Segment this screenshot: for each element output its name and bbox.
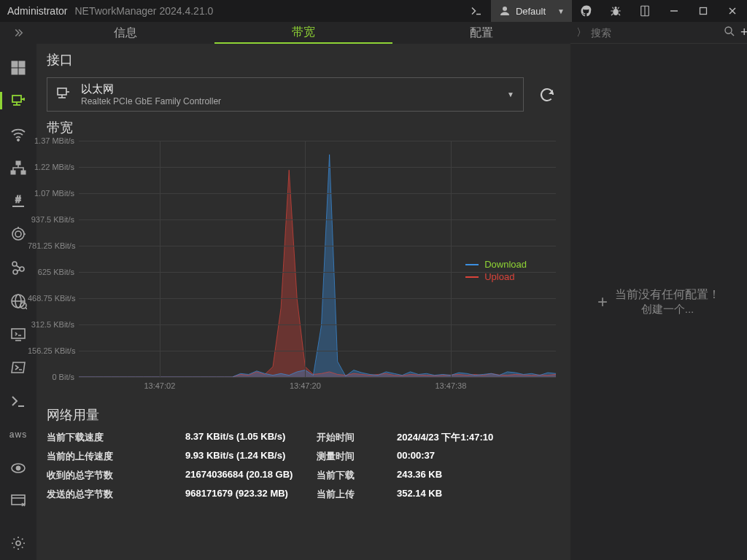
maximize-button[interactable] — [689, 0, 718, 22]
empty-line1: 当前没有任何配置！ — [615, 287, 720, 303]
usage-section: 网络用量 当前下载速度 8.37 KBit/s (1.05 KB/s) 开始时间… — [36, 402, 570, 511]
svg-rect-19 — [21, 171, 26, 174]
svg-rect-12 — [19, 69, 25, 74]
ethernet-icon — [55, 85, 72, 104]
svg-point-40 — [16, 541, 20, 545]
svg-rect-17 — [16, 161, 20, 165]
interface-desc: Realtek PCIe GbE Family Controller — [81, 96, 221, 106]
legend-upload: Upload — [484, 271, 514, 282]
search-icon[interactable] — [723, 25, 736, 40]
y-tick: 312.5 KBit/s — [28, 320, 79, 329]
stat-label: 发送的总字节数 — [47, 488, 178, 501]
tab-bar: 信息 带宽 配置 — [36, 22, 570, 44]
y-tick: 1.37 MBit/s — [28, 136, 79, 145]
stat-label: 当前下载 — [317, 469, 390, 482]
svg-text:#: # — [15, 193, 21, 205]
tab-bandwidth[interactable]: 带宽 — [214, 22, 392, 44]
stat-value: 21674036684 (20.18 GB) — [185, 469, 309, 482]
profile-label: Default — [516, 6, 546, 17]
svg-rect-13 — [12, 96, 21, 102]
y-tick: 1.22 MBit/s — [28, 163, 79, 171]
svg-point-22 — [12, 228, 24, 240]
svg-point-27 — [20, 267, 24, 271]
legend-download: Download — [484, 259, 527, 270]
svg-point-2 — [615, 7, 617, 9]
sidebar-item-aws[interactable]: aws — [0, 422, 36, 447]
svg-line-33 — [26, 308, 27, 309]
interface-heading: 接口 — [47, 51, 560, 69]
plus-icon: + — [597, 293, 608, 311]
sidebar-item-settings[interactable] — [0, 531, 36, 556]
chart-legend: Download Upload — [465, 257, 527, 284]
main-panel: 信息 带宽 配置 接口 以太网 Realtek PCIe GbE Family … — [36, 22, 570, 560]
stat-value: 968171679 (923.32 MB) — [185, 488, 309, 501]
usage-heading: 网络用量 — [47, 406, 560, 424]
y-tick: 781.25 KBit/s — [28, 241, 79, 250]
stat-value: 9.93 KBit/s (1.24 KB/s) — [185, 450, 309, 463]
y-tick: 156.25 KBit/s — [28, 346, 79, 355]
stat-label: 测量时间 — [317, 450, 390, 463]
sidebar-item-tigervnc[interactable] — [0, 456, 36, 481]
svg-rect-18 — [11, 171, 15, 174]
stat-value: 243.36 KB — [397, 469, 543, 482]
svg-rect-34 — [12, 329, 25, 338]
sidebar-item-dashboard[interactable] — [0, 55, 36, 80]
admin-label: Administrator — [0, 5, 74, 17]
svg-rect-41 — [58, 88, 66, 95]
stat-value: 352.14 KB — [397, 488, 543, 501]
console-icon[interactable] — [462, 0, 491, 22]
app-title: NETworkManager 2024.4.21.0 — [74, 5, 213, 17]
empty-state[interactable]: + 当前没有任何配置！ 创建一个... — [597, 287, 720, 316]
minimize-button[interactable] — [659, 0, 689, 22]
docs-icon[interactable] — [630, 0, 659, 22]
add-button[interactable]: + — [740, 25, 747, 40]
y-tick: 937.5 KBit/s — [28, 215, 79, 224]
svg-point-1 — [613, 9, 619, 15]
search-input[interactable] — [591, 27, 719, 39]
y-tick: 1.07 MBit/s — [28, 189, 79, 198]
stat-label: 开始时间 — [317, 431, 390, 444]
empty-line2: 创建一个... — [615, 303, 720, 316]
y-tick: 468.75 KBit/s — [28, 294, 79, 303]
chevron-down-icon: ▼ — [507, 90, 514, 98]
svg-line-45 — [731, 33, 734, 36]
svg-rect-39 — [12, 495, 25, 505]
sidebar-item-network-interface[interactable] — [0, 89, 36, 114]
stat-label: 当前下载速度 — [47, 431, 178, 444]
svg-rect-9 — [12, 61, 18, 67]
stat-label: 当前的上传速度 — [47, 450, 178, 463]
stat-label: 当前上传 — [317, 488, 390, 501]
titlebar: Administrator NETworkManager 2024.4.21.0… — [0, 0, 747, 22]
sidebar-item-putty[interactable] — [0, 389, 36, 413]
interface-dropdown[interactable]: 以太网 Realtek PCIe GbE Family Controller ▼ — [47, 77, 524, 112]
sidebar-expand[interactable] — [12, 26, 25, 47]
bug-icon[interactable] — [601, 0, 630, 22]
chart-section: 带宽 0 Bit/s156.25 KBit/s312.5 KBit/s468.7… — [36, 119, 570, 402]
chevron-down-icon: ▼ — [557, 7, 565, 15]
github-icon[interactable] — [572, 0, 601, 22]
svg-point-23 — [15, 231, 21, 237]
bandwidth-heading: 带宽 — [47, 119, 560, 136]
svg-point-0 — [503, 7, 507, 11]
sidebar-item-web-console[interactable] — [0, 489, 36, 514]
svg-point-16 — [18, 139, 20, 141]
svg-point-38 — [16, 466, 20, 470]
sidebar: # aws — [0, 22, 36, 560]
stat-value: 00:00:37 — [397, 450, 543, 463]
chevron-right-icon[interactable]: 〉 — [576, 26, 587, 39]
stat-value: 8.37 KBit/s (1.05 KB/s) — [185, 431, 309, 444]
tab-info[interactable]: 信息 — [36, 22, 214, 44]
svg-rect-10 — [19, 61, 25, 67]
svg-point-28 — [13, 270, 18, 274]
close-button[interactable] — [718, 0, 747, 22]
stat-value: 2024/4/23 下午1:47:10 — [397, 431, 543, 444]
profile-dropdown[interactable]: Default ▼ — [491, 0, 572, 22]
tab-config[interactable]: 配置 — [392, 22, 570, 44]
right-panel: 〉 + + 当前没有任何配置！ 创建一个... — [570, 22, 747, 560]
refresh-button[interactable] — [534, 77, 560, 112]
y-tick: 0 Bit/s — [28, 373, 79, 381]
x-tick: 13:47:38 — [435, 381, 466, 390]
interface-name: 以太网 — [81, 82, 221, 96]
stat-label: 收到的总字节数 — [47, 469, 178, 482]
svg-point-44 — [725, 27, 732, 34]
